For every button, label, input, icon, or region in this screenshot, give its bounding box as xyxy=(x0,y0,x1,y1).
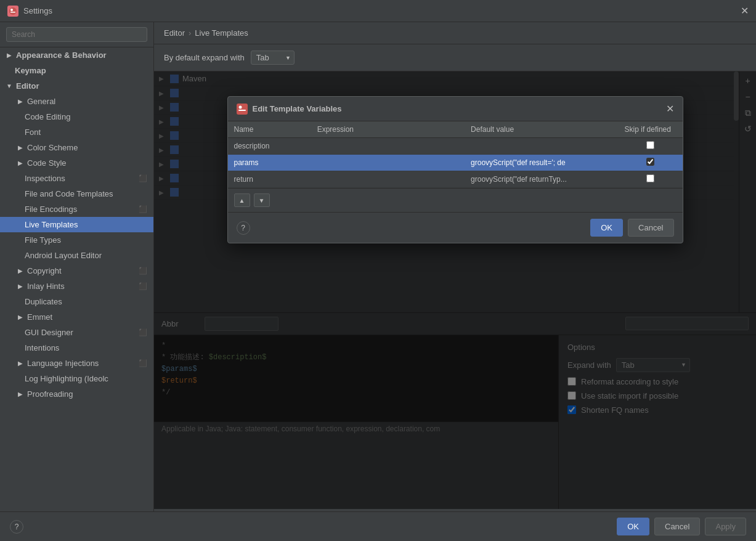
sidebar-item-label: Intentions xyxy=(25,343,59,352)
modal-arrows: ▲ ▼ xyxy=(228,188,683,212)
sidebar-item-label: Code Style xyxy=(27,158,67,168)
svg-rect-3 xyxy=(237,104,248,115)
table-row[interactable]: params groovyScript("def result='; de xyxy=(228,155,683,171)
sidebar-item-label: File and Code Templates xyxy=(25,189,113,198)
row-expr-cell xyxy=(311,138,465,155)
row-default-cell: groovyScript("def returnTyp... xyxy=(465,171,618,188)
row-name-cell: return xyxy=(228,171,311,188)
cancel-button[interactable]: Cancel xyxy=(654,518,700,535)
row-skip-cell xyxy=(619,138,683,155)
sidebar-item-label: Live Templates xyxy=(25,220,78,229)
sidebar-item-inspections[interactable]: Inspections ⬛ xyxy=(0,171,153,186)
bottom-bar-right: OK Cancel Apply xyxy=(617,518,746,535)
expand-icon: ▼ xyxy=(5,82,14,91)
sidebar-item-inlay-hints[interactable]: ▶ Inlay Hints ⬛ xyxy=(0,279,153,294)
svg-point-0 xyxy=(9,7,17,15)
title-bar: Settings ✕ xyxy=(0,0,756,22)
inspections-icon: ⬛ xyxy=(139,174,147,182)
skip-checkbox[interactable] xyxy=(646,158,654,166)
ok-button[interactable]: OK xyxy=(617,518,649,535)
edit-template-variables-modal: Edit Template Variables ✕ Name Expressio… xyxy=(227,96,683,243)
sidebar-item-label: Color Scheme xyxy=(27,143,78,152)
sidebar-item-label: Language Injections xyxy=(27,359,99,368)
move-down-button[interactable]: ▼ xyxy=(254,193,270,207)
modal-ok-button[interactable]: OK xyxy=(590,219,623,237)
sidebar-item-duplicates[interactable]: Duplicates xyxy=(0,294,153,309)
sidebar-item-file-types[interactable]: File Types xyxy=(0,232,153,248)
expand-icon: ▶ xyxy=(16,267,25,275)
expand-with-dropdown[interactable]: Tab Enter Space xyxy=(251,51,295,65)
row-default-cell xyxy=(465,138,618,155)
sidebar-item-gui-designer[interactable]: GUI Designer ⬛ xyxy=(0,325,153,340)
search-input[interactable] xyxy=(6,27,147,42)
sidebar-item-general[interactable]: ▶ General xyxy=(0,94,153,109)
sidebar-item-live-templates[interactable]: Live Templates xyxy=(0,217,153,232)
sidebar-item-font[interactable]: Font xyxy=(0,124,153,140)
copyright-icon: ⬛ xyxy=(139,267,147,275)
svg-point-1 xyxy=(10,9,13,11)
sidebar-item-android-layout-editor[interactable]: Android Layout Editor xyxy=(0,248,153,263)
modal-footer-buttons: OK Cancel xyxy=(590,219,673,237)
skip-checkbox[interactable] xyxy=(646,141,654,149)
col-header-default-value: Default value xyxy=(465,121,618,138)
sidebar-item-label: General xyxy=(27,97,55,106)
modal-header: Edit Template Variables ✕ xyxy=(228,97,683,121)
sidebar-item-file-encodings[interactable]: File Encodings ⬛ xyxy=(0,201,153,217)
sidebar-item-intentions[interactable]: Intentions xyxy=(0,340,153,356)
modal-close-button[interactable]: ✕ xyxy=(666,103,674,115)
skip-checkbox[interactable] xyxy=(646,174,654,182)
row-skip-cell xyxy=(619,171,683,188)
sidebar-item-label: Font xyxy=(25,128,41,137)
modal-cancel-button[interactable]: Cancel xyxy=(628,219,673,237)
expand-icon: ▶ xyxy=(16,359,25,368)
sidebar-item-appearance[interactable]: ▶ Appearance & Behavior xyxy=(0,47,153,63)
move-up-button[interactable]: ▲ xyxy=(234,193,250,207)
language-injections-icon: ⬛ xyxy=(139,359,147,367)
breadcrumb-separator: › xyxy=(189,28,191,38)
expand-icon: ▶ xyxy=(16,144,25,152)
sidebar-item-language-injections[interactable]: ▶ Language Injections ⬛ xyxy=(0,356,153,371)
gui-designer-icon: ⬛ xyxy=(139,328,147,336)
expand-with-label: By default expand with xyxy=(164,53,245,62)
sidebar-item-label: Copyright xyxy=(27,266,62,275)
row-default-cell: groovyScript("def result='; de xyxy=(465,155,618,171)
sidebar-item-keymap[interactable]: Keymap xyxy=(0,63,153,78)
sidebar-item-editor[interactable]: ▼ Editor xyxy=(0,78,153,94)
svg-point-4 xyxy=(238,105,242,108)
row-skip-cell xyxy=(619,155,683,171)
row-expr-cell xyxy=(311,171,465,188)
close-button[interactable]: ✕ xyxy=(741,6,749,16)
help-button[interactable]: ? xyxy=(10,520,23,534)
row-expr-cell xyxy=(311,155,465,171)
sidebar-item-label: Emmet xyxy=(27,312,52,322)
sidebar-item-code-style[interactable]: ▶ Code Style xyxy=(0,155,153,171)
apply-button[interactable]: Apply xyxy=(705,518,746,535)
sidebar-item-proofreading[interactable]: ▶ Proofreading xyxy=(0,386,153,402)
table-row[interactable]: return groovyScript("def returnTyp... xyxy=(228,171,683,188)
svg-rect-2 xyxy=(10,12,15,13)
table-row[interactable]: description xyxy=(228,138,683,155)
modal-table: Name Expression Default value Skip if de… xyxy=(228,121,683,188)
window-title: Settings xyxy=(23,6,52,15)
expand-icon: ▶ xyxy=(16,97,25,106)
sidebar-item-label: Appearance & Behavior xyxy=(16,51,107,60)
modal-footer: ? OK Cancel xyxy=(228,212,683,243)
sidebar-item-code-editing[interactable]: Code Editing xyxy=(0,109,153,124)
sidebar-item-file-code-templates[interactable]: File and Code Templates xyxy=(0,186,153,201)
sidebar-item-emmet[interactable]: ▶ Emmet xyxy=(0,309,153,325)
top-bar: By default expand with Tab Enter Space xyxy=(154,44,756,71)
expand-icon: ▶ xyxy=(16,390,25,399)
expand-icon: ▶ xyxy=(16,313,25,322)
sidebar-item-color-scheme[interactable]: ▶ Color Scheme xyxy=(0,140,153,155)
breadcrumb: Editor › Live Templates xyxy=(154,22,756,44)
modal-help-button[interactable]: ? xyxy=(237,221,250,235)
expand-icon: ▶ xyxy=(16,282,25,291)
sidebar-item-label: Android Layout Editor xyxy=(25,251,102,260)
sidebar-item-label: File Types xyxy=(25,235,61,245)
sidebar-item-log-highlighting[interactable]: Log Highlighting (Ideolc xyxy=(0,371,153,386)
sidebar-item-label: GUI Designer xyxy=(25,328,73,337)
app-icon xyxy=(7,6,18,17)
sidebar-item-copyright[interactable]: ▶ Copyright ⬛ xyxy=(0,263,153,279)
main-layout: ▶ Appearance & Behavior Keymap ▼ Editor … xyxy=(0,22,756,511)
inlay-hints-icon: ⬛ xyxy=(139,282,147,290)
